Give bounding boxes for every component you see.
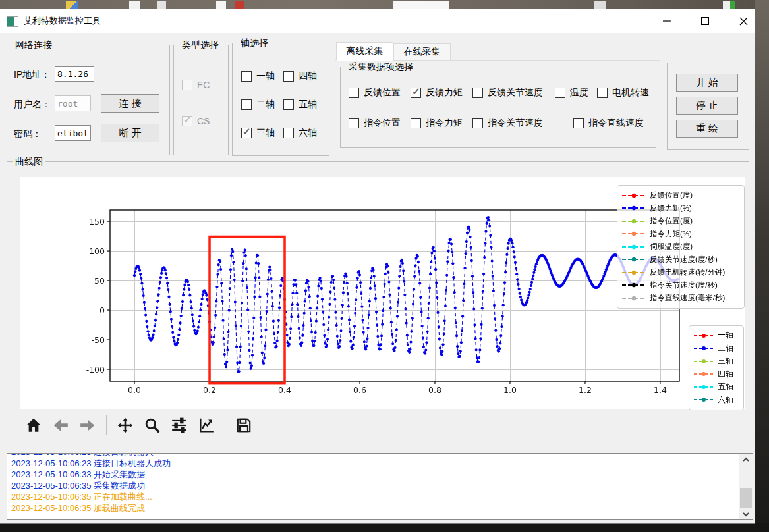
checkbox-command-torque[interactable]: 指令力矩 bbox=[411, 117, 463, 129]
main-window: 艾利特数据监控工具 网络连接 IP地址： 用户名： 连 接 密码： 断 开 bbox=[0, 9, 755, 523]
log-lines: 2023-12-05-10:06:23 连接目标机器人 2023-12-05-1… bbox=[11, 454, 733, 519]
checkbox-label: 指令关节速度 bbox=[488, 117, 543, 129]
checkbox-feedback-joint-speed[interactable]: 反馈关节速度 bbox=[472, 87, 543, 99]
checkbox-box bbox=[241, 128, 252, 138]
plot-legend-axes: 一轴 二轴 三轴 四轴 五轴 六轴 bbox=[689, 325, 744, 410]
username-input[interactable] bbox=[55, 95, 91, 111]
redraw-button[interactable]: 重 绘 bbox=[676, 120, 738, 138]
log-line: 2023-12-05-10:06:35 加载曲线完成 bbox=[11, 502, 733, 514]
log-time: 2023-12-05-10:06:35 bbox=[11, 503, 91, 513]
tab-online-collect[interactable]: 在线采集 bbox=[393, 43, 451, 61]
legend-item: 一轴 bbox=[694, 329, 739, 342]
forward-icon[interactable] bbox=[77, 415, 98, 436]
checkbox-box bbox=[182, 116, 192, 126]
minimize-button[interactable] bbox=[652, 9, 682, 33]
checkbox-label: 三轴 bbox=[256, 127, 275, 139]
legend-item: 指令位置(度) bbox=[622, 215, 739, 228]
desktop-icon-fragment bbox=[66, 1, 78, 9]
desktop-background-right bbox=[755, 0, 769, 532]
maximize-button[interactable] bbox=[690, 9, 720, 33]
legend-label: 指令直线速度(毫米/秒) bbox=[650, 293, 725, 303]
checkbox-label: 指令位置 bbox=[364, 117, 401, 129]
checkbox-command-linear-speed[interactable]: 指令直线速度 bbox=[573, 117, 644, 129]
checkbox-box bbox=[472, 118, 483, 128]
legend-item: 五轴 bbox=[694, 381, 739, 394]
app-icon bbox=[7, 16, 18, 27]
checkbox-box bbox=[283, 71, 294, 82]
checkbox-label: 一轴 bbox=[256, 70, 275, 82]
scroll-down-button[interactable] bbox=[739, 508, 753, 519]
configure-subplots-icon[interactable] bbox=[169, 415, 190, 436]
checkbox-box bbox=[241, 99, 252, 110]
scrollbar-thumb[interactable] bbox=[740, 488, 752, 508]
log-message: 采集数据成功 bbox=[94, 481, 145, 491]
close-button[interactable] bbox=[728, 9, 758, 33]
checkbox-box bbox=[411, 88, 421, 98]
checkbox-type-cs[interactable]: CS bbox=[182, 116, 210, 126]
legend-item: 二轴 bbox=[694, 342, 739, 356]
collect-items-group: 采集数据项选择 反馈位置 反馈力矩 反馈关节速度 温度 电机转速 指令位置 指令… bbox=[340, 66, 656, 148]
checkbox-label: CS bbox=[197, 116, 210, 126]
title-bar[interactable]: 艾利特数据监控工具 bbox=[0, 9, 755, 33]
checkbox-label: 六轴 bbox=[299, 127, 317, 139]
legend-label: 反馈电机转速(转/分钟) bbox=[650, 267, 725, 277]
checkbox-label: EC bbox=[197, 80, 210, 90]
checkbox-command-joint-speed[interactable]: 指令关节速度 bbox=[472, 117, 543, 129]
disconnect-button[interactable]: 断 开 bbox=[101, 124, 159, 142]
checkbox-axis-4[interactable]: 四轴 bbox=[283, 70, 317, 82]
checkbox-motor-speed[interactable]: 电机转速 bbox=[597, 87, 649, 99]
zoom-icon[interactable] bbox=[142, 415, 163, 436]
checkbox-feedback-torque[interactable]: 反馈力矩 bbox=[411, 87, 463, 99]
log-message: 连接目标机器人 bbox=[94, 454, 154, 457]
scroll-up-button[interactable] bbox=[739, 454, 753, 465]
log-time: 2023-12-05-10:06:35 bbox=[11, 481, 91, 491]
tab-label: 离线采集 bbox=[347, 45, 384, 57]
legend-item: 六轴 bbox=[694, 394, 739, 407]
edit-axes-icon[interactable] bbox=[196, 415, 217, 436]
legend-label: 五轴 bbox=[718, 381, 733, 392]
checkbox-temperature[interactable]: 温度 bbox=[555, 87, 588, 99]
save-icon[interactable] bbox=[233, 415, 254, 436]
legend-label: 指令力矩(%) bbox=[650, 229, 692, 239]
checkbox-axis-6[interactable]: 六轴 bbox=[283, 127, 317, 139]
maximize-icon bbox=[701, 17, 709, 25]
checkbox-box bbox=[472, 88, 483, 98]
log-panel[interactable]: 2023-12-05-10:06:23 连接目标机器人 2023-12-05-1… bbox=[7, 453, 753, 520]
back-icon[interactable] bbox=[50, 415, 71, 436]
pan-icon[interactable] bbox=[115, 415, 136, 436]
checkbox-box bbox=[349, 88, 359, 98]
start-button[interactable]: 开 始 bbox=[676, 74, 738, 92]
log-message: 正在加载曲线... bbox=[94, 492, 152, 502]
collect-items-title: 采集数据项选择 bbox=[346, 61, 416, 73]
desktop-icon-fragment bbox=[594, 1, 606, 9]
toolbar-separator bbox=[106, 415, 107, 435]
checkbox-axis-3[interactable]: 三轴 bbox=[241, 127, 275, 139]
legend-label: 指令位置(度) bbox=[650, 216, 693, 226]
checkbox-axis-5[interactable]: 五轴 bbox=[283, 99, 317, 111]
checkbox-type-ec[interactable]: EC bbox=[182, 80, 210, 90]
home-icon[interactable] bbox=[23, 415, 44, 436]
log-scrollbar[interactable] bbox=[739, 454, 753, 519]
checkbox-label: 指令直线速度 bbox=[588, 117, 644, 129]
password-input[interactable] bbox=[55, 125, 91, 141]
password-label: 密码： bbox=[14, 128, 42, 140]
checkbox-box bbox=[597, 88, 608, 98]
legend-label: 四轴 bbox=[718, 369, 733, 380]
checkbox-command-position[interactable]: 指令位置 bbox=[349, 117, 401, 129]
type-select-group: 类型选择 EC CS bbox=[173, 45, 229, 155]
desktop-background-bottom bbox=[0, 523, 769, 532]
checkbox-box bbox=[241, 71, 252, 82]
checkbox-axis-1[interactable]: 一轴 bbox=[241, 70, 275, 82]
connect-button[interactable]: 连 接 bbox=[101, 94, 159, 113]
legend-label: 反馈位置(度) bbox=[650, 190, 693, 200]
legend-label: 指令关节速度(度/秒) bbox=[650, 280, 718, 290]
ip-input[interactable] bbox=[55, 66, 94, 82]
checkbox-axis-2[interactable]: 二轴 bbox=[241, 99, 275, 111]
checkbox-feedback-position[interactable]: 反馈位置 bbox=[349, 87, 401, 99]
checkbox-box bbox=[349, 118, 359, 128]
checkbox-label: 二轴 bbox=[256, 99, 275, 111]
stop-button[interactable]: 停 止 bbox=[676, 97, 738, 115]
log-time: 2023-12-05-10:06:33 bbox=[11, 469, 91, 479]
tab-offline-collect[interactable]: 离线采集 bbox=[336, 42, 393, 61]
minimize-icon bbox=[663, 17, 671, 25]
